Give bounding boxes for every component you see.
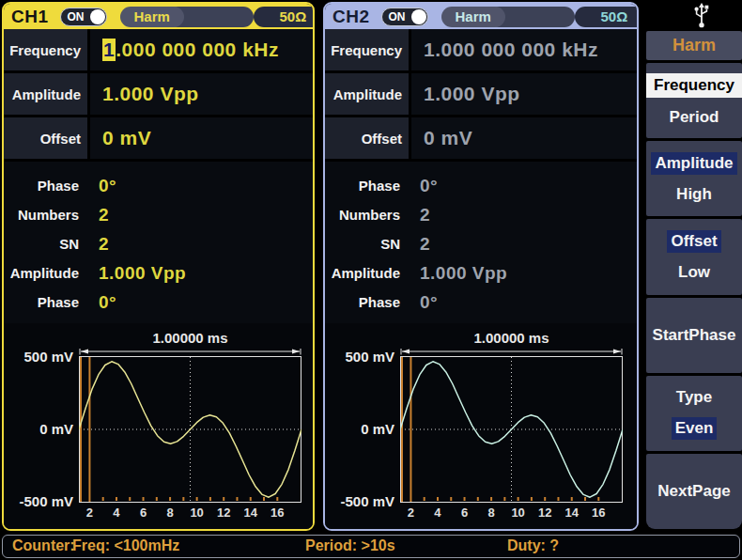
amplitude-value[interactable]: 1.000 Vpp (90, 73, 313, 115)
svg-text:8: 8 (487, 506, 494, 520)
waveform-preview-ch2: 1.00000 ms 500 mV 0 mV -500 mV 246810121 (325, 323, 637, 529)
param-value: 2 (99, 234, 109, 255)
time-span-arrow (401, 349, 622, 355)
frequency-value[interactable]: 1.000 000 000 kHz (411, 29, 637, 70)
svg-text:4: 4 (113, 506, 120, 520)
value-text: 0 mV (102, 127, 151, 149)
softkey-group: NextPage (646, 454, 742, 529)
param-value: 0° (99, 292, 116, 313)
softkey-startphase[interactable]: StartPhase (649, 324, 740, 347)
softkey-group: TypeEven (646, 376, 742, 451)
softkey-offset[interactable]: Offset (667, 230, 720, 253)
param-value: 0° (420, 292, 438, 313)
svg-text:2: 2 (86, 506, 93, 520)
waveform-plot-ch2: 246810121416 (400, 349, 623, 529)
y-axis-label-0mv: 0 mV (325, 421, 394, 438)
menu-title: Harm (646, 31, 742, 60)
channel-panel-ch2: CH2 ON Harm 50Ω Frequency 1.000 000 000 … (323, 2, 639, 531)
counter-frequency: Freq: <100mHz (72, 537, 179, 554)
row-label: Offset (4, 117, 90, 159)
time-span-label: 1.00000 ms (400, 330, 623, 346)
row-label: Amplitude (4, 73, 90, 115)
softkey-nextpage[interactable]: NextPage (654, 480, 734, 503)
instrument-screen: CH1 ON Harm 50Ω Frequency 1.000 000 000 … (0, 0, 742, 560)
row-offset: Offset 0 mV (325, 117, 637, 162)
toggle-knob-icon (90, 9, 105, 24)
counter-duty: Duty: ? (507, 537, 559, 554)
softkey-group: OffsetLow (646, 219, 742, 294)
channel-tab-ch2[interactable]: CH2 ON Harm 50Ω (325, 4, 637, 29)
param-value: 1.000 Vpp (99, 263, 186, 284)
svg-text:6: 6 (140, 506, 147, 520)
impedance-badge-ch2: 50Ω (575, 7, 639, 27)
waveform-preview-ch1: 1.00000 ms 500 mV 0 mV -500 mV 246810121 (4, 323, 313, 529)
value-text: 1.000 Vpp (424, 83, 520, 105)
value-text: 1.000 Vpp (102, 83, 199, 105)
softkey-amplitude[interactable]: Amplitude (651, 152, 736, 175)
row-label: Frequency (4, 29, 90, 70)
softkey-group: AmplitudeHigh (646, 141, 742, 216)
softkey-period[interactable]: Period (666, 106, 723, 129)
y-axis-label-0mv: 0 mV (4, 421, 73, 438)
param-value: 1.000 Vpp (420, 263, 507, 284)
impedance-badge-ch1: 50Ω (254, 7, 315, 27)
svg-text:12: 12 (538, 506, 551, 520)
amplitude-value[interactable]: 1.000 Vpp (411, 73, 637, 115)
param-value: 2 (420, 205, 430, 226)
param-label: Phase (325, 294, 406, 310)
svg-text:12: 12 (217, 506, 230, 520)
svg-text:16: 16 (592, 506, 605, 520)
channel-name-ch2: CH2 (332, 7, 370, 27)
row-label: Amplitude (325, 73, 411, 115)
channel-on-toggle-ch2[interactable]: ON (381, 8, 428, 26)
row-label: Frequency (325, 29, 411, 70)
param-label: Phase (4, 294, 85, 310)
frequency-value[interactable]: 1.000 000 000 kHz (90, 29, 313, 70)
counter-period: Period: >10s (305, 537, 395, 554)
param-label: Numbers (4, 207, 85, 223)
x-axis-tick-labels: 246810121416 (86, 506, 285, 520)
param-label: SN (325, 236, 406, 252)
value-text: 1.000 000 000 kHz (424, 39, 598, 61)
counter-status-bar: Counter: Freq: <100mHz Period: >10s Duty… (2, 535, 740, 558)
param-label: Amplitude (325, 265, 406, 281)
value-text: 0 mV (424, 127, 472, 149)
offset-value[interactable]: 0 mV (411, 117, 637, 159)
param-label: Phase (325, 178, 406, 194)
svg-text:6: 6 (461, 506, 468, 520)
y-axis-label-neg500mv: -500 mV (325, 493, 394, 510)
harmonic-params-ch1: Phase0° Numbers2 SN2 Amplitude1.000 Vpp … (4, 162, 313, 323)
param-value: 0° (99, 176, 116, 196)
value-text: .000 000 000 kHz (116, 39, 279, 61)
channel-tab-ch1[interactable]: CH1 ON Harm 50Ω (4, 4, 313, 29)
usb-icon (693, 3, 710, 28)
param-label: SN (4, 236, 85, 252)
param-value: 2 (420, 234, 430, 255)
channel-on-toggle-ch1[interactable]: ON (60, 8, 107, 26)
softkey-high[interactable]: High (672, 183, 716, 206)
softkey-even[interactable]: Even (672, 417, 718, 440)
row-label: Offset (325, 117, 411, 159)
y-axis-label-neg500mv: -500 mV (4, 493, 73, 510)
active-harmonic-cursors (81, 357, 89, 502)
softkey-frequency[interactable]: Frequency (646, 73, 742, 98)
softkey-type[interactable]: Type (672, 386, 716, 409)
x-axis-tick-labels: 246810121416 (408, 506, 606, 520)
svg-text:10: 10 (190, 506, 203, 520)
time-span-label: 1.00000 ms (79, 330, 301, 346)
row-amplitude: Amplitude 1.000 Vpp (325, 73, 637, 117)
channel-panel-ch1: CH1 ON Harm 50Ω Frequency 1.000 000 000 … (2, 2, 315, 531)
toggle-on-label: ON (389, 10, 406, 23)
softkey-menu: Harm FrequencyPeriodAmplitudeHighOffsetL… (646, 31, 742, 529)
svg-text:14: 14 (244, 506, 258, 520)
svg-text:16: 16 (271, 506, 284, 520)
softkey-low[interactable]: Low (674, 261, 714, 284)
param-label: Numbers (325, 207, 406, 223)
svg-text:8: 8 (166, 506, 173, 520)
row-offset: Offset 0 mV (4, 117, 313, 162)
svg-text:14: 14 (565, 506, 580, 520)
offset-value[interactable]: 0 mV (90, 117, 313, 159)
svg-text:2: 2 (408, 506, 414, 520)
softkey-group: StartPhase (646, 298, 742, 373)
row-amplitude: Amplitude 1.000 Vpp (4, 73, 313, 117)
